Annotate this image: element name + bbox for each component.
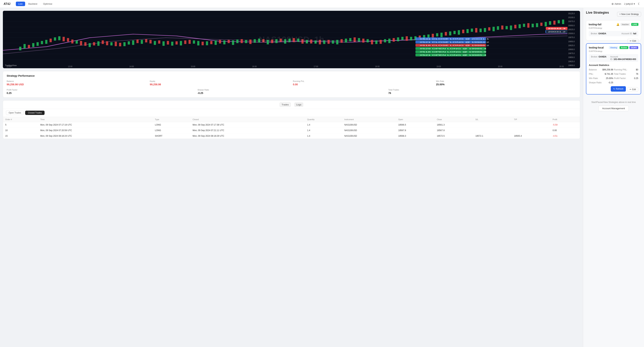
svg-rect-40	[150, 40, 152, 43]
subtabs-row: Open Trades Closed Trades	[3, 109, 580, 117]
edit-label-1: Edit	[632, 40, 636, 42]
admin-button[interactable]: ⚙ Admin	[612, 2, 621, 5]
col-time: Time	[38, 117, 153, 122]
win-rate-label: Win Rate	[436, 80, 576, 82]
chart-placeholder: #531 CLOSE LONG @ 20031.1 #521 CLOSE LON…	[3, 11, 580, 68]
broker-kv-2: Broker: OANDA	[591, 55, 606, 60]
svg-rect-74	[297, 39, 299, 42]
table-cell: SHORT	[153, 133, 190, 139]
svg-rect-113	[466, 29, 468, 33]
strat-header-2: testing-local Viewing Active DEMO	[589, 46, 638, 49]
account-kv-1: Account ID: fail	[621, 32, 636, 35]
svg-rect-17	[50, 39, 52, 42]
svg-rect-123	[510, 25, 512, 30]
user-label: jwtly10	[626, 2, 633, 5]
svg-rect-111	[458, 30, 460, 35]
svg-rect-22	[71, 39, 74, 43]
svg-rect-88	[358, 38, 360, 42]
table-cell	[512, 122, 550, 128]
svg-rect-132	[549, 21, 551, 25]
svg-rect-87	[354, 37, 356, 42]
badge-active-2: Active	[620, 46, 628, 49]
svg-rect-126	[523, 24, 525, 27]
table-cell: 18572.1	[473, 133, 512, 139]
refresh-label: Refresh	[616, 88, 623, 90]
broker-row-1: Broker: OANDA Account ID: fail	[589, 31, 638, 36]
edit-button-1[interactable]: ✏ Edit	[628, 39, 638, 43]
table-cell: 1.4	[305, 128, 342, 133]
user-menu[interactable]: J jwtly10 ▾	[624, 2, 635, 5]
stat-running-pnl: Running PNL: $0	[614, 68, 638, 71]
stat-pnl-label: PNL:	[589, 73, 594, 75]
svg-rect-63	[250, 39, 252, 44]
svg-rect-31	[110, 42, 112, 45]
table-cell: NAS100USD	[342, 133, 396, 139]
stat-total-trades-label: Total Trades:	[614, 73, 626, 75]
svg-rect-79	[319, 40, 321, 44]
svg-rect-82	[332, 40, 334, 44]
svg-rect-15	[41, 41, 43, 44]
stat-win-rate: Win Rate: 25.00%	[589, 76, 613, 80]
svg-rect-68	[271, 39, 273, 43]
svg-rect-110	[454, 31, 456, 34]
tab-backtest[interactable]: Backtest	[26, 1, 40, 6]
svg-rect-121	[501, 25, 503, 29]
stat-total-trades-val: 76	[636, 73, 638, 75]
stat-sharpe: Sharpe Ratio: -0.25	[589, 81, 613, 84]
theme-toggle[interactable]: ☾	[638, 2, 640, 5]
table-cell	[473, 122, 512, 128]
table-cell	[473, 128, 512, 133]
col-open: Open	[396, 117, 435, 122]
table-cell: 18561.3	[435, 122, 473, 128]
new-live-strategy-button[interactable]: + New Live Strategy	[617, 12, 641, 16]
svg-text:#518 OPEN LONG @ 19986.9: #518 OPEN LONG @ 19986.9	[420, 51, 486, 53]
strategy-card-testing-local: testing-local Viewing Active DEMO DJATRS…	[586, 43, 641, 94]
table-cell: Mon, 09 Sep 2024 07:20:59 UTC	[38, 128, 153, 133]
svg-rect-98	[402, 37, 404, 40]
svg-rect-97	[397, 37, 399, 41]
svg-rect-60	[236, 39, 238, 43]
trades-table: Order # Time Type Closed Quantity Instru…	[3, 117, 580, 139]
table-cell: 18572.5	[435, 133, 473, 139]
table-row: 15Mon, 09 Sep 2024 08:18:24 UTCSHORTMon,…	[3, 133, 580, 139]
sharpe-ratio-item: Sharpe Ratio -0.25	[198, 89, 386, 94]
stat-balance: Balance: $99,258.98	[589, 68, 613, 71]
svg-rect-50	[193, 40, 195, 44]
strat-name-1: testing-fail	[589, 23, 602, 26]
svg-rect-21	[67, 38, 69, 42]
svg-rect-66	[262, 39, 264, 42]
account-id-val-2: 101-004-24749363-003	[614, 58, 636, 60]
table-cell: 10	[3, 128, 38, 133]
tab-logs[interactable]: Logs	[294, 102, 303, 107]
tab-trades[interactable]: Trades	[280, 102, 291, 107]
broker-row-2: Broker: OANDA AccountID: 101-004-2474936…	[589, 54, 638, 62]
broker-val-1: OANDA	[598, 32, 606, 35]
subtab-closed-trades[interactable]: Closed Trades	[25, 111, 44, 115]
svg-rect-59	[232, 40, 234, 45]
bell-icon-1[interactable]: 🔔	[616, 23, 620, 26]
table-cell: 1.4	[305, 133, 342, 139]
svg-rect-100	[410, 37, 412, 40]
svg-rect-18	[54, 37, 56, 40]
svg-rect-117	[484, 28, 486, 32]
table-cell: LONG	[153, 128, 190, 133]
chevron-down-icon: ▾	[634, 2, 635, 5]
svg-rect-44	[167, 41, 169, 44]
refresh-button[interactable]: ↻ Refresh	[611, 86, 626, 92]
svg-rect-108	[445, 32, 447, 35]
account-management-button[interactable]: Account Management	[598, 106, 628, 111]
edit-button-2[interactable]: ✏ Edit	[627, 87, 638, 92]
svg-rect-43	[162, 41, 164, 46]
col-close: Close	[435, 117, 473, 122]
edit-label-2: Edit	[632, 88, 636, 91]
equity-value: 99,258.98	[150, 83, 290, 86]
price-axis: 20125.0 20100.0 20075.0 20050.0 20025.0 …	[568, 11, 580, 68]
strat-name-2: testing-local	[589, 46, 604, 49]
tab-live[interactable]: Live	[16, 1, 25, 6]
tab-optimise[interactable]: Optimise	[40, 1, 55, 6]
svg-rect-37	[136, 39, 138, 43]
svg-rect-122	[506, 26, 508, 29]
subtab-open-trades[interactable]: Open Trades	[6, 111, 24, 115]
svg-rect-69	[276, 39, 278, 43]
stat-sharpe-label: Sharpe Ratio:	[589, 81, 602, 84]
